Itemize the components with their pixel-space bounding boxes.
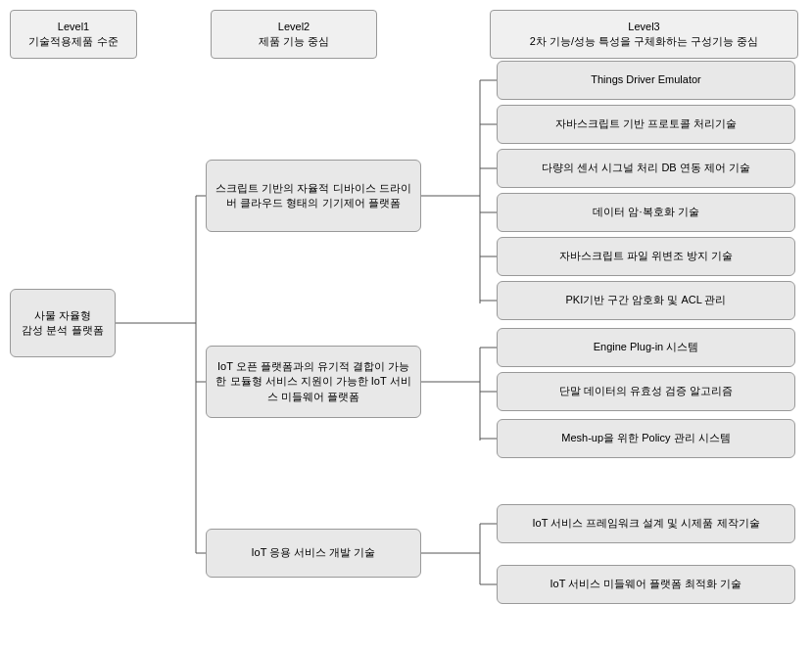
level3-node-5: 자바스크립트 파일 위변조 방지 기술 <box>497 237 795 276</box>
header-level3: Level3 2차 기능/성능 특성을 구체화하는 구성기능 중심 <box>490 10 798 59</box>
level3-node-2: 자바스크립트 기반 프로토콜 처리기술 <box>497 105 795 144</box>
header-level1: Level1 기술적용제품 수준 <box>10 10 137 59</box>
diagram: Level1 기술적용제품 수준 Level2 제품 기능 중심 Level3 … <box>0 0 812 651</box>
level3-node-1: Things Driver Emulator <box>497 61 795 100</box>
level3-node-6: PKI기반 구간 암호화 및 ACL 관리 <box>497 281 795 320</box>
level3-node-10: IoT 서비스 프레임워크 설계 및 시제품 제작기술 <box>497 504 795 543</box>
level3-node-4: 데이터 암·복호화 기술 <box>497 193 795 232</box>
level2-node-1: 스크립트 기반의 자율적 디바이스 드라이 버 클라우드 형태의 기기제어 플랫… <box>206 160 421 232</box>
level3-node-8: 단말 데이터의 유효성 검증 알고리즘 <box>497 372 795 411</box>
level3-node-9: Mesh-up을 위한 Policy 관리 시스템 <box>497 419 795 458</box>
level2-node-3: IoT 응용 서비스 개발 기술 <box>206 529 421 578</box>
level3-node-7: Engine Plug-in 시스템 <box>497 328 795 367</box>
header-level2: Level2 제품 기능 중심 <box>211 10 377 59</box>
level3-node-11: IoT 서비스 미들웨어 플랫폼 최적화 기술 <box>497 565 795 604</box>
level1-node: 사물 자율형 감성 분석 플랫폼 <box>10 289 116 357</box>
level3-node-3: 다량의 센서 시그널 처리 DB 연동 제어 기술 <box>497 149 795 188</box>
level2-node-2: IoT 오픈 플랫폼과의 유기적 결합이 가능 한 모듈형 서비스 지원이 가능… <box>206 346 421 418</box>
